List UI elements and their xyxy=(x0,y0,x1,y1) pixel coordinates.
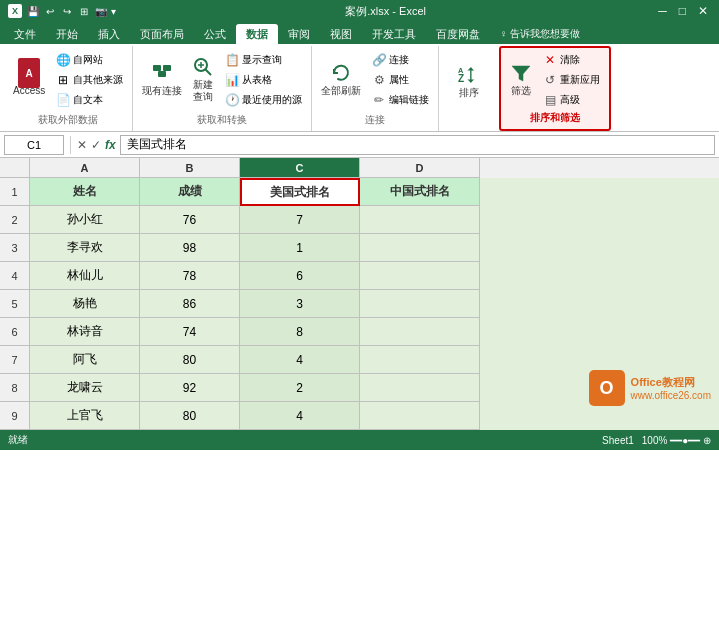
cell-d3[interactable] xyxy=(360,234,480,262)
tab-insert[interactable]: 插入 xyxy=(88,24,130,44)
cell-a8[interactable]: 龙啸云 xyxy=(30,374,140,402)
cell-reference-box[interactable]: C1 xyxy=(4,135,64,155)
col-header-a[interactable]: A xyxy=(30,158,140,178)
cell-b3[interactable]: 98 xyxy=(140,234,240,262)
text-btn[interactable]: 📄 自文本 xyxy=(52,91,126,109)
cell-c8[interactable]: 2 xyxy=(240,374,360,402)
row-num-1: 1 xyxy=(0,178,30,206)
recent-btn[interactable]: 🕐 最近使用的源 xyxy=(221,91,305,109)
tab-formula[interactable]: 公式 xyxy=(194,24,236,44)
cell-b5[interactable]: 86 xyxy=(140,290,240,318)
other-sources-btn[interactable]: ⊞ 自其他来源 xyxy=(52,71,126,89)
tab-helper[interactable]: ♀ 告诉我您想要做 xyxy=(490,24,590,44)
cell-d9[interactable] xyxy=(360,402,480,430)
clear-btn[interactable]: ✕ 清除 xyxy=(539,51,603,69)
cell-b7[interactable]: 80 xyxy=(140,346,240,374)
advanced-btn[interactable]: ▤ 高级 xyxy=(539,91,603,109)
filter-icon xyxy=(510,62,532,84)
cell-c7[interactable]: 4 xyxy=(240,346,360,374)
cell-c6[interactable]: 8 xyxy=(240,318,360,346)
connect-btn[interactable]: 🔗 连接 xyxy=(368,51,432,69)
cell-a9[interactable]: 上官飞 xyxy=(30,402,140,430)
cell-a3[interactable]: 李寻欢 xyxy=(30,234,140,262)
existing-conn-btn[interactable]: 现有连接 xyxy=(139,60,185,99)
show-query-btn[interactable]: 📋 显示查询 xyxy=(221,51,305,69)
tab-view[interactable]: 视图 xyxy=(320,24,362,44)
confirm-icon[interactable]: ✓ xyxy=(91,138,101,152)
filter-btn[interactable]: 筛选 xyxy=(507,60,535,99)
cell-c2[interactable]: 7 xyxy=(240,206,360,234)
cell-a2[interactable]: 孙小红 xyxy=(30,206,140,234)
refresh-all-btn[interactable]: 全部刷新 xyxy=(318,60,364,99)
bottom-bar: 就绪 Sheet1 100% ━━●━━ ⊕ xyxy=(0,430,719,450)
print-icon[interactable]: ⊞ xyxy=(77,4,91,18)
ribbon-content: A Access 🌐 自网站 ⊞ 自其他来源 📄 自文本 获取外部数据 xyxy=(0,44,719,132)
cell-d2[interactable] xyxy=(360,206,480,234)
table-row: 4 林仙儿 78 6 xyxy=(0,262,719,290)
group-external-content: A Access 🌐 自网站 ⊞ 自其他来源 📄 自文本 xyxy=(10,48,126,111)
cell-d1[interactable]: 中国式排名 xyxy=(360,178,480,206)
cell-b6[interactable]: 74 xyxy=(140,318,240,346)
col-header-c[interactable]: C xyxy=(240,158,360,178)
cell-b4[interactable]: 78 xyxy=(140,262,240,290)
other-sources-icon: ⊞ xyxy=(55,72,71,88)
cell-c3[interactable]: 1 xyxy=(240,234,360,262)
cell-c9[interactable]: 4 xyxy=(240,402,360,430)
sheet-tabs: Sheet1 100% ━━●━━ ⊕ xyxy=(602,435,711,446)
cell-b9[interactable]: 80 xyxy=(140,402,240,430)
minimize-btn[interactable]: ─ xyxy=(655,4,670,18)
save-icon[interactable]: 💾 xyxy=(26,4,40,18)
fx-icon[interactable]: fx xyxy=(105,138,116,152)
cell-a5[interactable]: 杨艳 xyxy=(30,290,140,318)
new-query-btn[interactable]: 新建 查询 xyxy=(189,54,217,105)
close-btn[interactable]: ✕ xyxy=(695,4,711,18)
cell-b2[interactable]: 76 xyxy=(140,206,240,234)
svg-rect-2 xyxy=(158,71,166,77)
cell-a7[interactable]: 阿飞 xyxy=(30,346,140,374)
col-headers: A B C D xyxy=(0,158,719,178)
tab-layout[interactable]: 页面布局 xyxy=(130,24,194,44)
ribbon-group-connect: 全部刷新 🔗 连接 ⚙ 属性 ✏ 编辑链接 连接 xyxy=(312,46,439,131)
access-button[interactable]: A Access xyxy=(10,60,48,99)
table-row: 6 林诗音 74 8 xyxy=(0,318,719,346)
camera-icon[interactable]: 📷 xyxy=(94,4,108,18)
tab-home[interactable]: 开始 xyxy=(46,24,88,44)
redo-icon[interactable]: ↪ xyxy=(60,4,74,18)
zoom-controls[interactable]: 100% ━━●━━ ⊕ xyxy=(642,435,711,446)
edit-links-btn[interactable]: ✏ 编辑链接 xyxy=(368,91,432,109)
cell-b8[interactable]: 92 xyxy=(140,374,240,402)
props-icon: ⚙ xyxy=(371,72,387,88)
cell-a4[interactable]: 林仙儿 xyxy=(30,262,140,290)
sheet-tab-1[interactable]: Sheet1 xyxy=(602,435,634,446)
cell-a1[interactable]: 姓名 xyxy=(30,178,140,206)
cell-d8[interactable] xyxy=(360,374,480,402)
access-icon: A xyxy=(18,58,40,88)
sort-btn[interactable]: A Z 排序 xyxy=(455,62,483,101)
col-header-d[interactable]: D xyxy=(360,158,480,178)
tab-baidu[interactable]: 百度网盘 xyxy=(426,24,490,44)
reapply-icon: ↺ xyxy=(542,72,558,88)
from-table-btn[interactable]: 📊 从表格 xyxy=(221,71,305,89)
web-btn[interactable]: 🌐 自网站 xyxy=(52,51,126,69)
cell-b1[interactable]: 成绩 xyxy=(140,178,240,206)
tab-data[interactable]: 数据 xyxy=(236,24,278,44)
cell-c1[interactable]: 美国式排名 xyxy=(240,178,360,206)
cell-d7[interactable] xyxy=(360,346,480,374)
cell-c4[interactable]: 6 xyxy=(240,262,360,290)
col-header-b[interactable]: B xyxy=(140,158,240,178)
cell-d4[interactable] xyxy=(360,262,480,290)
maximize-btn[interactable]: □ xyxy=(676,4,689,18)
cell-d5[interactable] xyxy=(360,290,480,318)
row-num-header xyxy=(0,158,30,178)
cell-d6[interactable] xyxy=(360,318,480,346)
reapply-btn[interactable]: ↺ 重新应用 xyxy=(539,71,603,89)
tab-file[interactable]: 文件 xyxy=(4,24,46,44)
cancel-icon[interactable]: ✕ xyxy=(77,138,87,152)
tab-developer[interactable]: 开发工具 xyxy=(362,24,426,44)
formula-input[interactable]: 美国式排名 xyxy=(120,135,715,155)
tab-review[interactable]: 审阅 xyxy=(278,24,320,44)
props-btn[interactable]: ⚙ 属性 xyxy=(368,71,432,89)
cell-c5[interactable]: 3 xyxy=(240,290,360,318)
cell-a6[interactable]: 林诗音 xyxy=(30,318,140,346)
undo-icon[interactable]: ↩ xyxy=(43,4,57,18)
